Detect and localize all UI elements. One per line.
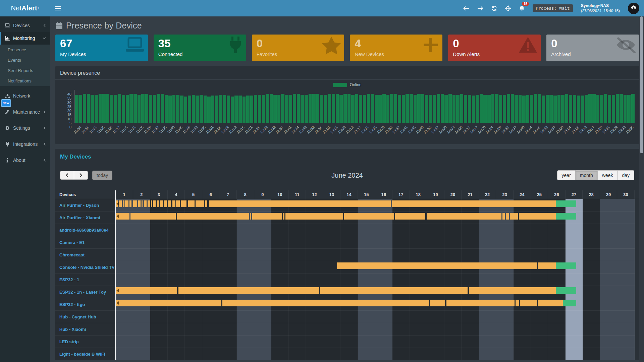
presence-event-bar[interactable] bbox=[196, 200, 204, 207]
presence-event-bar[interactable] bbox=[188, 200, 195, 207]
device-name-link[interactable]: Air Purifier - Xiaomi bbox=[55, 212, 115, 224]
current-presence-bar[interactable] bbox=[563, 300, 576, 306]
view-day-button[interactable]: day bbox=[618, 170, 634, 180]
presence-event-bar[interactable] bbox=[178, 287, 319, 294]
next-month-button[interactable] bbox=[74, 171, 88, 180]
presence-event-bar[interactable] bbox=[160, 200, 163, 207]
presence-event-bar[interactable] bbox=[510, 213, 518, 220]
presence-event-bar[interactable] bbox=[520, 300, 537, 306]
device-name-link[interactable]: Camera - E1 bbox=[55, 236, 115, 249]
sidebar-item-devices[interactable]: Devices bbox=[0, 19, 50, 32]
presence-event-bar[interactable] bbox=[168, 200, 171, 207]
current-presence-bar[interactable] bbox=[556, 213, 576, 220]
presence-event-bar[interactable] bbox=[250, 213, 251, 220]
presence-event-bar[interactable] bbox=[506, 213, 508, 220]
sidebar-item-about[interactable]: About bbox=[0, 154, 50, 167]
presence-event-bar[interactable] bbox=[116, 287, 177, 294]
presence-event-bar[interactable] bbox=[502, 213, 505, 220]
presence-event-bar[interactable] bbox=[283, 213, 284, 220]
presence-event-bar[interactable] bbox=[116, 300, 221, 306]
sidebar-item-sent-reports[interactable]: Sent Reports bbox=[0, 65, 50, 76]
presence-event-bar[interactable] bbox=[285, 213, 343, 220]
summary-card-my-devices[interactable]: 67My Devices bbox=[55, 35, 148, 61]
sidebar-item-integrations[interactable]: Integrations bbox=[0, 138, 50, 150]
presence-event-bar[interactable] bbox=[395, 213, 425, 220]
presence-event-bar[interactable] bbox=[164, 200, 167, 207]
summary-card-down-alerts[interactable]: 0Down Alerts bbox=[448, 35, 541, 61]
view-month-button[interactable]: month bbox=[576, 170, 598, 180]
presence-event-bar[interactable] bbox=[123, 200, 124, 207]
presence-event-bar[interactable] bbox=[344, 213, 394, 220]
device-name-link[interactable]: ESP32 - 1 bbox=[55, 274, 115, 286]
presence-event-bar[interactable] bbox=[519, 213, 556, 220]
presence-event-bar[interactable] bbox=[516, 300, 519, 306]
presence-event-bar[interactable] bbox=[181, 200, 187, 207]
presence-event-bar[interactable] bbox=[176, 200, 179, 207]
device-name-link[interactable]: Console - Nvidia Shield TV bbox=[55, 261, 115, 274]
sidebar-item-monitoring[interactable]: Monitoring bbox=[0, 32, 50, 45]
presence-event-bar[interactable] bbox=[320, 287, 468, 294]
view-week-button[interactable]: week bbox=[598, 170, 618, 180]
refresh-icon[interactable] bbox=[491, 6, 497, 11]
presence-event-bar[interactable] bbox=[125, 200, 128, 207]
device-name-link[interactable]: Air Purifier - Dyson bbox=[55, 199, 115, 212]
device-name-link[interactable]: ESP32 - ttgo bbox=[55, 298, 115, 311]
presence-event-bar[interactable] bbox=[538, 262, 556, 269]
forward-arrow-icon[interactable] bbox=[477, 6, 483, 11]
presence-event-bar[interactable] bbox=[138, 200, 141, 207]
prev-month-button[interactable] bbox=[60, 171, 74, 180]
presence-event-bar[interactable] bbox=[153, 200, 155, 207]
scrollbar-thumb[interactable] bbox=[640, 16, 643, 153]
chart-legend[interactable]: Online bbox=[60, 82, 634, 87]
sidebar-item-events[interactable]: Events bbox=[0, 55, 50, 65]
device-name-link[interactable]: ESP32 - 1n - Laser Toy bbox=[55, 286, 115, 298]
presence-event-bar[interactable] bbox=[427, 213, 501, 220]
presence-event-bar[interactable] bbox=[205, 200, 207, 207]
presence-event-bar[interactable] bbox=[222, 300, 429, 306]
sidebar-item-settings[interactable]: Settings bbox=[0, 122, 50, 134]
sidebar-item-notifications[interactable]: Notifications bbox=[0, 76, 50, 86]
presence-event-bar[interactable] bbox=[130, 213, 176, 220]
presence-event-bar[interactable] bbox=[337, 262, 537, 269]
summary-card-new-devices[interactable]: 4New Devices bbox=[350, 35, 442, 61]
current-presence-bar[interactable] bbox=[556, 287, 576, 294]
presence-event-bar[interactable] bbox=[392, 200, 556, 207]
presence-event-bar[interactable] bbox=[252, 213, 282, 220]
sidebar-item-presence[interactable]: Presence bbox=[0, 45, 50, 55]
device-name-link[interactable]: Light - bedside B WiFi bbox=[55, 348, 115, 360]
presence-event-bar[interactable] bbox=[129, 200, 131, 207]
presence-event-bar[interactable] bbox=[148, 200, 150, 207]
presence-event-bar[interactable] bbox=[172, 200, 175, 207]
presence-event-bar[interactable] bbox=[142, 200, 143, 207]
presence-event-bar[interactable] bbox=[446, 300, 515, 306]
presence-event-bar[interactable] bbox=[144, 200, 147, 207]
presence-event-bar[interactable] bbox=[157, 200, 159, 207]
notifications-bell[interactable]: 15 bbox=[519, 5, 525, 11]
view-year-button[interactable]: year bbox=[557, 170, 576, 180]
summary-card-archived[interactable]: 0Archived bbox=[546, 35, 639, 61]
user-avatar[interactable] bbox=[628, 3, 639, 14]
presence-event-bar[interactable] bbox=[430, 300, 445, 306]
app-logo[interactable]: NetAlertx bbox=[0, 0, 50, 16]
today-button[interactable]: today bbox=[92, 171, 112, 180]
presence-event-bar[interactable] bbox=[119, 200, 121, 207]
summary-card-favorites[interactable]: 0Favorites bbox=[252, 35, 344, 61]
presence-event-bar[interactable] bbox=[469, 287, 556, 294]
presence-event-bar[interactable] bbox=[133, 200, 137, 207]
sidebar-item-maintenance[interactable]: Maintenance bbox=[0, 106, 50, 118]
device-name-link[interactable]: Chromecast bbox=[55, 249, 115, 261]
hamburger-menu-icon[interactable] bbox=[55, 6, 61, 10]
device-name-link[interactable]: Hub - Cygnet Hub bbox=[55, 311, 115, 323]
device-name-link[interactable]: LED strip bbox=[55, 336, 115, 348]
device-name-link[interactable]: Hub - Xiaomi bbox=[55, 323, 115, 336]
back-arrow-icon[interactable] bbox=[463, 6, 469, 11]
summary-card-connected[interactable]: 35Connected bbox=[154, 35, 246, 61]
current-presence-bar[interactable] bbox=[556, 200, 576, 207]
presence-event-bar[interactable] bbox=[151, 200, 153, 207]
page-scrollbar[interactable] bbox=[639, 16, 644, 362]
device-name-link[interactable]: android-68608b93a00e4 bbox=[55, 224, 115, 236]
current-presence-bar[interactable] bbox=[556, 262, 576, 269]
move-icon[interactable] bbox=[505, 5, 511, 11]
presence-event-bar[interactable] bbox=[209, 200, 390, 207]
presence-event-bar[interactable] bbox=[177, 213, 249, 220]
